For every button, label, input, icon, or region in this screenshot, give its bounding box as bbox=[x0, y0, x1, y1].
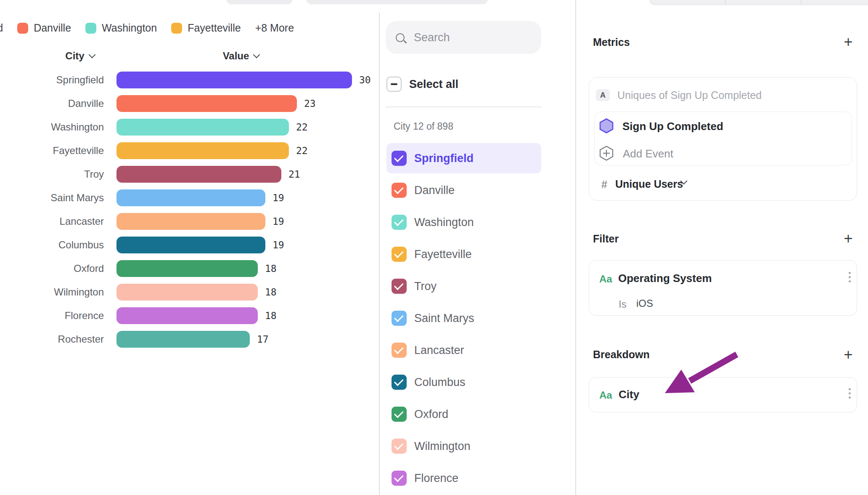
list-divider bbox=[386, 106, 542, 107]
segment-3[interactable] bbox=[802, 0, 868, 5]
bar-chart: Springfield30Danville23Washington22Fayet… bbox=[0, 68, 371, 351]
add-metric-button[interactable]: + bbox=[841, 35, 855, 49]
add-event-icon bbox=[599, 145, 614, 161]
city-list-item[interactable]: Wilmington bbox=[386, 431, 541, 461]
chart-row: Wilmington18 bbox=[0, 280, 371, 304]
legend-item[interactable]: Danville bbox=[17, 22, 71, 34]
chart-column-header-city[interactable]: City bbox=[57, 50, 103, 62]
bar-value-label: 18 bbox=[265, 263, 277, 274]
city-checkbox[interactable] bbox=[392, 439, 407, 454]
tab-sliver-right[interactable] bbox=[306, 0, 488, 4]
metric-summary: Uniques of Sign Up Completed bbox=[617, 89, 762, 101]
city-checkbox[interactable] bbox=[392, 247, 407, 262]
bar[interactable] bbox=[116, 72, 352, 88]
bar-value-label: 22 bbox=[296, 122, 308, 133]
checkmark-icon bbox=[394, 409, 404, 418]
indeterminate-icon bbox=[391, 83, 397, 85]
city-list-item[interactable]: Lancaster bbox=[386, 335, 541, 365]
bar[interactable] bbox=[116, 237, 265, 253]
measure-selector[interactable]: Unique Users bbox=[615, 178, 683, 190]
bar[interactable] bbox=[116, 307, 258, 324]
filter-value[interactable]: iOS bbox=[636, 298, 653, 309]
bar[interactable] bbox=[116, 119, 289, 136]
bar[interactable] bbox=[116, 284, 258, 301]
city-checkbox[interactable] bbox=[392, 279, 407, 294]
bar[interactable] bbox=[116, 166, 281, 183]
tab-sliver-left[interactable] bbox=[226, 0, 293, 4]
bar[interactable] bbox=[116, 189, 265, 206]
chart-column-header-value[interactable]: Value bbox=[216, 50, 266, 62]
bar-value-label: 21 bbox=[288, 169, 300, 180]
segment-1[interactable] bbox=[650, 0, 726, 5]
city-checkbox[interactable] bbox=[392, 151, 407, 166]
segment-2[interactable] bbox=[726, 0, 802, 5]
bar[interactable] bbox=[116, 331, 250, 348]
city-list-item[interactable]: Troy bbox=[386, 271, 541, 301]
city-checkbox[interactable] bbox=[392, 375, 407, 390]
city-name-label: Oxford bbox=[414, 408, 448, 421]
chart-row: Oxford18 bbox=[0, 257, 371, 280]
filter-card[interactable] bbox=[589, 260, 857, 316]
bar-value-label: 19 bbox=[273, 240, 284, 250]
legend-item[interactable]: Washington bbox=[85, 22, 157, 34]
city-list-item[interactable]: Danville bbox=[386, 175, 541, 205]
filter-property[interactable]: Operating System bbox=[618, 272, 712, 285]
city-checkbox[interactable] bbox=[392, 471, 407, 486]
breakdown-section-title: Breakdown bbox=[593, 349, 650, 361]
legend-more-label[interactable]: +8 More bbox=[255, 22, 294, 34]
checkmark-icon bbox=[394, 185, 404, 194]
filter-kebab-menu-icon[interactable] bbox=[844, 272, 855, 282]
chart-row: Rochester17 bbox=[0, 327, 371, 351]
city-list-item[interactable]: Springfield bbox=[386, 143, 541, 173]
select-all-row[interactable]: Select all bbox=[386, 77, 458, 92]
segmented-control-sliver[interactable] bbox=[649, 0, 868, 5]
city-name-label: Fayetteville bbox=[414, 248, 472, 261]
event-hexagon-icon bbox=[599, 118, 614, 134]
filter-operator[interactable]: Is bbox=[619, 298, 627, 310]
bar-category-label: Danville bbox=[0, 98, 104, 109]
add-breakdown-button[interactable]: + bbox=[841, 348, 855, 362]
legend-label: Washington bbox=[102, 22, 157, 34]
bar[interactable] bbox=[116, 95, 297, 112]
bar[interactable] bbox=[116, 142, 289, 159]
city-header-label: City bbox=[65, 50, 84, 62]
city-list: SpringfieldDanvilleWashingtonFayettevill… bbox=[386, 143, 541, 495]
city-checkbox[interactable] bbox=[392, 311, 407, 326]
bar[interactable] bbox=[116, 260, 258, 277]
bar-category-label: Columbus bbox=[0, 239, 104, 251]
chart-row: Washington22 bbox=[0, 115, 371, 139]
bar-category-label: Oxford bbox=[0, 263, 104, 274]
event-name[interactable]: Sign Up Completed bbox=[622, 120, 723, 133]
legend-item[interactable]: Fayetteville bbox=[171, 22, 241, 34]
legend-color-chip bbox=[85, 23, 96, 34]
bar-value-label: 22 bbox=[296, 145, 308, 156]
breakdown-property[interactable]: City bbox=[619, 388, 639, 401]
legend-label: Danville bbox=[34, 22, 71, 34]
search-box[interactable] bbox=[386, 21, 541, 54]
chevron-down-icon bbox=[88, 51, 95, 59]
search-input[interactable] bbox=[413, 31, 564, 45]
bar[interactable] bbox=[116, 213, 265, 230]
city-list-item[interactable]: Columbus bbox=[386, 367, 541, 397]
city-list-item[interactable]: Florence bbox=[386, 463, 541, 493]
city-checkbox[interactable] bbox=[392, 407, 407, 422]
annotation-arrow bbox=[656, 345, 749, 421]
breakdown-kebab-menu-icon[interactable] bbox=[844, 388, 855, 399]
chart-row: Columbus19 bbox=[0, 233, 371, 257]
city-list-item[interactable]: Saint Marys bbox=[386, 303, 541, 333]
city-list-item[interactable]: Washington bbox=[386, 207, 541, 237]
add-event-label[interactable]: Add Event bbox=[623, 147, 673, 160]
city-checkbox[interactable] bbox=[392, 215, 407, 230]
breakdown-type-label: Aa bbox=[599, 389, 612, 401]
select-all-checkbox[interactable] bbox=[386, 77, 402, 92]
city-list-item[interactable]: Oxford bbox=[386, 399, 541, 429]
bar-category-label: Wilmington bbox=[0, 286, 104, 298]
chart-row: Troy21 bbox=[0, 162, 371, 186]
city-checkbox[interactable] bbox=[392, 183, 407, 198]
city-list-item[interactable]: Fayetteville bbox=[386, 239, 541, 269]
legend-item[interactable]: Springfield bbox=[0, 22, 3, 34]
city-name-label: Lancaster bbox=[414, 344, 464, 357]
add-filter-button[interactable]: + bbox=[841, 232, 855, 246]
checkmark-icon bbox=[394, 217, 404, 226]
city-checkbox[interactable] bbox=[392, 343, 407, 358]
